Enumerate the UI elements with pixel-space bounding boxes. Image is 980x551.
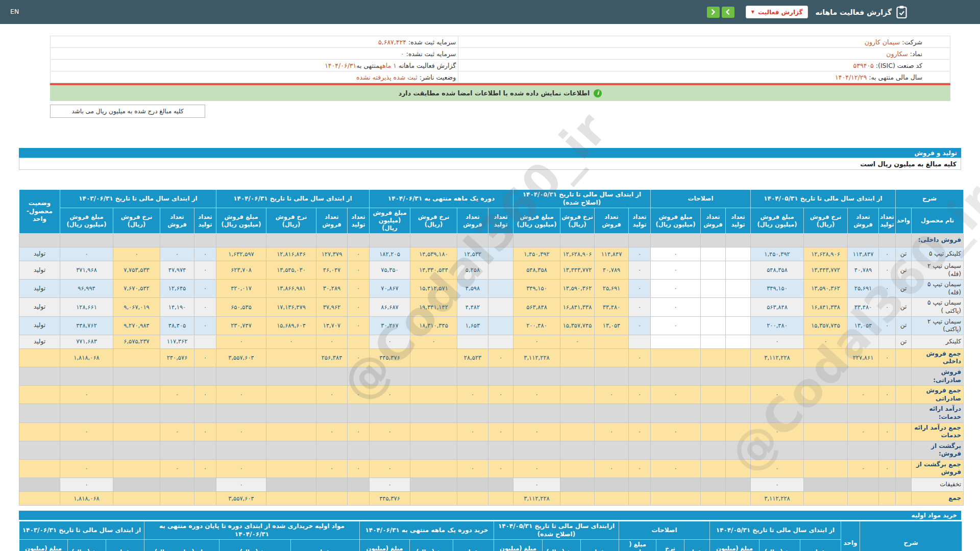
report-type-dropdown[interactable]: گزارش فعالیت ▼ — [746, 6, 808, 18]
table-row: جمع برگشت از فروش۰۰۰۰۰۰۰۰۰۰۰۰۰۰۰۰ — [19, 459, 964, 478]
value-cell — [488, 404, 513, 422]
value-cell: ۱,۶۵۳ — [457, 316, 488, 335]
value-cell: ۳,۱۱۲,۲۲۸ — [751, 492, 804, 506]
value-cell — [160, 234, 194, 247]
value-cell — [410, 386, 457, 404]
unit-cell — [896, 478, 912, 492]
value-cell — [266, 441, 316, 459]
unit-cell: تن — [896, 298, 912, 316]
value-cell: ۰ — [651, 298, 701, 316]
header-subcol: نرخ (ریال) — [219, 540, 291, 551]
value-cell — [316, 404, 348, 422]
value-cell — [160, 492, 194, 506]
header-unit: واحد — [896, 208, 912, 234]
header-subcol: نرخ (ریال) — [760, 540, 800, 551]
value-cell: ۰ — [160, 386, 194, 404]
header-subcol: نرخ (ریال) — [410, 540, 453, 551]
info-icon: i — [594, 89, 602, 97]
value-cell: ۰ — [194, 298, 216, 316]
report-mid-label: منتهی به — [356, 62, 379, 69]
signed-info-banner: i اطلاعات نمایش داده شده با اطلاعات امضا… — [50, 85, 950, 101]
header-group-0: از ابتدای سال مالی تا تاریخ ۱۴۰۴/۰۵/۳۱ — [710, 521, 841, 540]
value-cell: ۰ — [513, 459, 560, 478]
value-cell — [726, 404, 751, 422]
value-cell — [560, 492, 595, 506]
value-cell: ۴,۵۹۸ — [457, 280, 488, 298]
value-cell — [488, 478, 513, 492]
value-cell: ۷,۷۵۳,۵۳۳ — [113, 261, 160, 280]
value-cell — [726, 459, 751, 478]
value-cell — [266, 234, 316, 247]
value-cell: ۰ — [60, 422, 113, 441]
value-cell — [804, 492, 848, 506]
value-cell — [651, 492, 701, 506]
value-cell: ۰ — [457, 459, 488, 478]
topbar-right-group: گزارش فعالیت ماهانه گزارش فعالیت ▼ — [707, 0, 908, 24]
table-row: کلینکر تیپ ۵تن۰۱۱۴,۸۴۷۱۲,۶۲۸,۹۰۶۱,۴۵۰,۳۹… — [19, 247, 964, 261]
report-period-label: گزارش فعالیت ماهانه — [399, 62, 456, 69]
value-cell: ۱۶,۸۴۱,۳۳۸ — [560, 298, 595, 316]
value-cell — [751, 234, 804, 247]
unit-cell — [896, 459, 912, 478]
header-subcol: مقدار — [453, 540, 494, 551]
value-cell — [726, 422, 751, 441]
value-cell — [488, 367, 513, 385]
value-cell — [879, 441, 896, 459]
value-cell — [488, 247, 513, 261]
unit-cell: تن — [896, 280, 912, 298]
value-cell: ۳,۱۱۲,۲۲۸ — [513, 348, 560, 367]
value-cell: ۰ — [348, 316, 370, 335]
value-cell: ۲۰۰,۴۸۰ — [513, 316, 560, 335]
value-cell: ۲۸,۵۲۳ — [457, 348, 488, 367]
value-cell: ۰ — [160, 422, 194, 441]
value-cell — [348, 335, 370, 348]
value-cell — [113, 404, 160, 422]
value-cell — [457, 441, 488, 459]
header-subcol: مبلغ فروش (میلیون ریال) — [651, 208, 701, 234]
value-cell — [804, 234, 848, 247]
value-cell — [488, 441, 513, 459]
header-subcol: مقدار — [291, 540, 360, 551]
status-cell: تولید — [19, 316, 60, 335]
value-cell: ۰ — [513, 478, 560, 492]
value-cell — [595, 348, 629, 367]
status-cell: تولید — [19, 280, 60, 298]
value-cell — [701, 478, 726, 492]
prev-period-button[interactable] — [722, 7, 734, 18]
row-label: تخفیفات — [912, 478, 964, 492]
row-label: جمع — [912, 492, 964, 506]
value-cell — [160, 367, 194, 385]
table-row: درآمد ارائه خدمات: — [19, 404, 964, 422]
value-cell: ۰ — [560, 335, 595, 348]
value-cell — [216, 367, 266, 385]
value-cell — [457, 234, 488, 247]
value-cell — [60, 441, 113, 459]
value-cell: ۰ — [629, 247, 651, 261]
value-cell: ۱۹,۳۴۱,۱۴۲ — [410, 298, 457, 316]
value-cell — [701, 441, 726, 459]
header-group-5: از ابتدای سال مالی تا تاریخ ۱۴۰۳/۰۶/۳۱ — [19, 521, 144, 540]
status-cell — [19, 348, 60, 367]
value-cell — [113, 478, 160, 492]
value-cell: ۱۲۷,۳۷۹ — [316, 247, 348, 261]
value-cell — [651, 367, 701, 385]
value-cell — [560, 422, 595, 441]
value-cell — [348, 234, 370, 247]
row-label: جمع برگشت از فروش — [912, 459, 964, 478]
value-cell: ۱۵,۶۸۹,۶۰۴ — [266, 316, 316, 335]
value-cell: ۹,۲۷۰,۹۸۴ — [113, 316, 160, 335]
value-cell: ۰ — [879, 280, 896, 298]
next-period-button[interactable] — [707, 7, 720, 18]
status-cell: تولید — [19, 247, 60, 261]
report-type-dropdown-label: گزارش فعالیت — [758, 9, 802, 16]
unit-cell — [896, 386, 912, 404]
value-cell: ۰ — [651, 422, 701, 441]
value-cell: ۰ — [316, 335, 348, 348]
value-cell — [113, 422, 160, 441]
value-cell: ۰ — [60, 386, 113, 404]
value-cell — [804, 404, 848, 422]
fiscal-year-value: ۱۴۰۴/۱۲/۲۹ — [835, 73, 867, 81]
value-cell — [595, 234, 629, 247]
company-value: سیمان کارون — [865, 38, 900, 46]
language-toggle[interactable]: EN — [10, 8, 19, 15]
